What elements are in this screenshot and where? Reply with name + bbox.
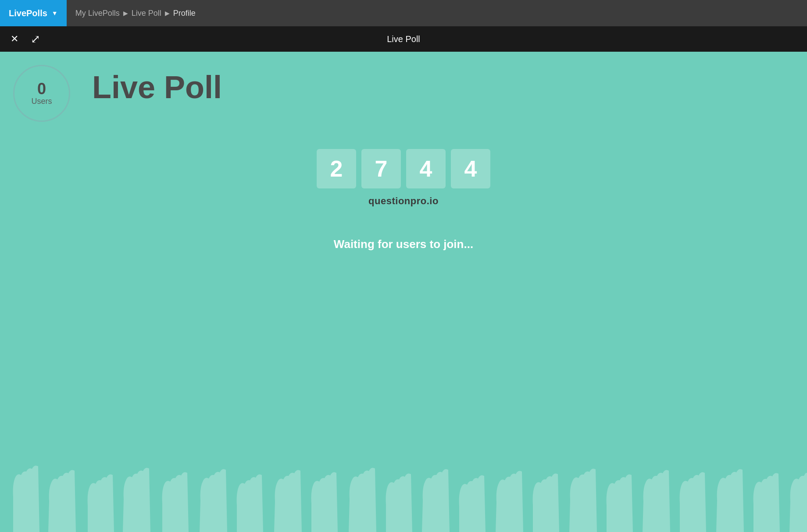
livepolls-menu-button[interactable]: LivePolls ▼	[0, 0, 67, 26]
main-content: 0 Users Live Poll 2 7 4 4 questionpro.io…	[0, 52, 807, 532]
waiting-text: Waiting for users to join...	[13, 238, 794, 251]
digit-1: 2	[317, 149, 356, 188]
hands-svg	[0, 436, 807, 532]
close-icon: ✕	[11, 33, 18, 45]
poll-title: Live Poll	[92, 69, 794, 105]
users-count: 0	[37, 81, 46, 97]
code-digits: 2 7 4 4	[317, 149, 490, 188]
users-label: Users	[31, 97, 52, 106]
hands-decoration	[0, 436, 807, 532]
digit-4: 4	[451, 149, 490, 188]
action-bar-title: Live Poll	[387, 34, 420, 44]
code-section: 2 7 4 4 questionpro.io	[13, 149, 794, 207]
top-nav: LivePolls ▼ My LivePolls ▶ Live Poll ▶ P…	[0, 0, 807, 26]
digit-3: 4	[406, 149, 446, 188]
digit-2: 7	[361, 149, 401, 188]
breadcrumb-parent[interactable]: My LivePolls	[75, 9, 120, 18]
breadcrumb-current: Profile	[173, 9, 196, 18]
users-circle: 0 Users	[13, 65, 70, 122]
code-url: questionpro.io	[368, 195, 439, 207]
breadcrumb-sep-2: ▶	[165, 10, 170, 17]
action-bar: ✕ ⤢ Live Poll	[0, 26, 807, 52]
breadcrumb-sep-1: ▶	[123, 10, 128, 17]
breadcrumb-item[interactable]: Live Poll	[132, 9, 161, 18]
chevron-down-icon: ▼	[52, 10, 58, 17]
livepolls-label: LivePolls	[9, 8, 47, 18]
breadcrumb: My LivePolls ▶ Live Poll ▶ Profile	[67, 9, 204, 18]
action-bar-left: ✕ ⤢	[9, 31, 42, 48]
expand-button[interactable]: ⤢	[29, 31, 42, 48]
expand-icon: ⤢	[31, 32, 40, 46]
close-button[interactable]: ✕	[9, 32, 20, 46]
